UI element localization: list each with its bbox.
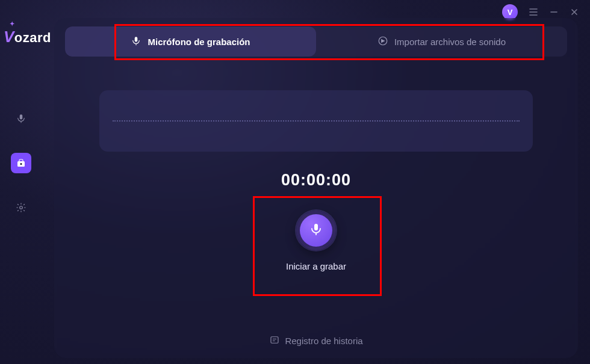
svg-rect-4 [271,337,278,344]
mic-icon [309,222,323,239]
app-logo: ✦ Vozard [4,28,51,46]
history-link[interactable]: Registro de historia [54,335,578,347]
history-icon [269,335,280,347]
sidebar [0,108,42,218]
svg-point-2 [20,206,23,209]
svg-point-1 [20,163,22,165]
tab-record-mic[interactable]: Micrófono de grabación [65,26,316,57]
close-icon[interactable] [570,7,579,17]
main-panel: Micrófono de grabación Importar archivos… [54,18,578,358]
mic-icon [131,35,141,48]
waveform-placeholder [113,120,520,122]
record-button[interactable] [296,211,336,250]
sidebar-item-mic[interactable] [11,108,31,129]
waveform-area [99,90,533,152]
tab-import-audio[interactable]: Importar archivos de sonido [316,26,567,57]
tab-import-label: Importar archivos de sonido [394,37,506,47]
import-icon [377,35,388,48]
tab-record-label: Micrófono de grabación [148,37,250,47]
sidebar-item-record[interactable] [11,153,31,173]
record-button-label: Iniciar a grabar [286,261,346,271]
minimize-icon[interactable] [549,7,559,17]
history-label: Registro de historia [285,336,362,346]
record-area: Iniciar a grabar [54,211,578,271]
mode-tabs: Micrófono de grabación Importar archivos… [65,26,567,57]
sidebar-item-settings[interactable] [11,197,31,218]
recording-timer: 00:00:00 [54,171,578,190]
menu-icon[interactable] [529,7,538,17]
